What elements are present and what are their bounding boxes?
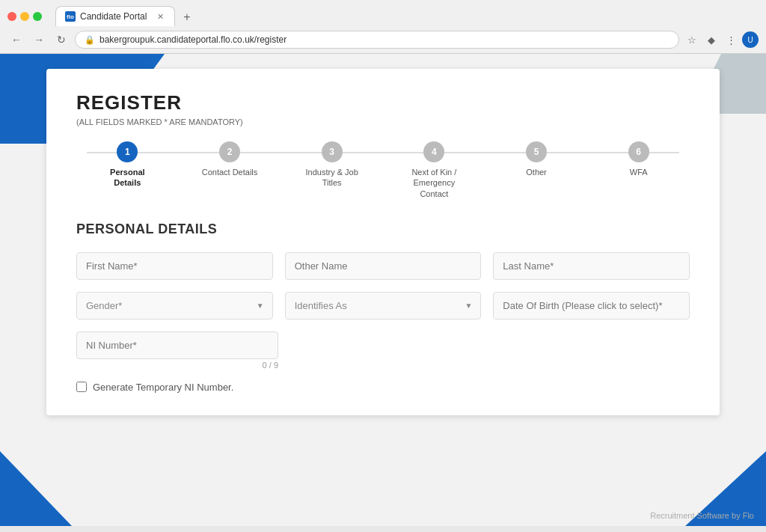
identity-row: Gender* Male Female Other Prefer not to … [76, 292, 690, 319]
ni-row: 0 / 9 [76, 331, 690, 370]
new-tab-button[interactable]: + [178, 8, 196, 26]
step-3-label: Industry & JobTitles [306, 167, 358, 189]
step-2[interactable]: 2 Contact Details [179, 141, 281, 177]
name-row [76, 252, 690, 280]
step-5-circle: 5 [526, 141, 547, 162]
settings-icon[interactable]: ⋮ [723, 31, 739, 48]
identifies-as-select[interactable]: Identifies As Man Woman Non-binary Prefe… [285, 292, 482, 319]
user-avatar[interactable]: U [742, 31, 759, 48]
forward-button[interactable]: → [30, 31, 48, 49]
browser-titlebar: flo Candidate Portal ✕ + [0, 0, 766, 26]
traffic-lights [7, 12, 42, 21]
dob-field [493, 292, 690, 319]
last-name-input[interactable] [493, 252, 690, 280]
decorative-shape-bottom-left [0, 451, 120, 526]
step-2-label: Contact Details [202, 167, 258, 177]
tab-label: Candidate Portal [80, 11, 147, 22]
step-6-circle: 6 [628, 141, 649, 162]
section-title: PERSONAL DETAILS [76, 221, 690, 237]
page-title: REGISTER [76, 91, 690, 114]
step-5-label: Other [526, 167, 547, 177]
step-1-circle: 1 [117, 141, 138, 162]
step-4-label: Next of Kin /EmergencyContact [411, 167, 456, 199]
url-text: bakergroupuk.candidateportal.flo.co.uk/r… [99, 34, 287, 45]
tabs-bar: flo Candidate Portal ✕ + [55, 6, 738, 26]
temp-ni-checkbox[interactable] [76, 382, 87, 392]
ni-number-input[interactable] [76, 331, 278, 359]
extensions-icon[interactable]: ◆ [703, 31, 720, 48]
other-name-field [285, 252, 482, 280]
ni-char-counter: 0 / 9 [76, 361, 278, 370]
dob-input[interactable] [493, 292, 690, 319]
step-1[interactable]: 1 PersonalDetails [76, 141, 179, 189]
steps-container: 1 PersonalDetails 2 Contact Details 3 In… [76, 141, 690, 199]
step-1-label: PersonalDetails [110, 167, 144, 189]
browser-toolbar: ← → ↻ 🔒 bakergroupuk.candidateportal.flo… [0, 26, 766, 53]
browser-tab[interactable]: flo Candidate Portal ✕ [55, 6, 175, 26]
first-name-field [76, 252, 273, 280]
step-4-circle: 4 [423, 141, 444, 162]
address-bar[interactable]: 🔒 bakergroupuk.candidateportal.flo.co.uk… [75, 31, 679, 49]
tab-close-icon[interactable]: ✕ [155, 11, 165, 22]
back-button[interactable]: ← [7, 31, 25, 49]
temp-ni-row: Generate Temporary NI Number. [76, 382, 690, 393]
other-name-input[interactable] [285, 252, 482, 280]
ni-number-field: 0 / 9 [76, 331, 278, 370]
main-card: REGISTER (ALL FIELDS MARKED * ARE MANDAT… [46, 69, 720, 415]
close-button[interactable] [7, 12, 16, 21]
browser-actions: ☆ ◆ ⋮ U [684, 31, 759, 48]
step-4[interactable]: 4 Next of Kin /EmergencyContact [383, 141, 485, 199]
minimize-button[interactable] [20, 12, 29, 21]
gender-select[interactable]: Gender* Male Female Other Prefer not to … [76, 292, 273, 319]
footer-text: Recruitment Software by Flo [650, 511, 754, 520]
browser-chrome: flo Candidate Portal ✕ + ← → ↻ 🔒 bakergr… [0, 0, 766, 54]
tab-favicon: flo [65, 11, 76, 22]
lock-icon: 🔒 [85, 35, 95, 45]
maximize-button[interactable] [33, 12, 42, 21]
page-body: REGISTER (ALL FIELDS MARKED * ARE MANDAT… [0, 54, 766, 526]
step-2-circle: 2 [219, 141, 240, 162]
gender-field: Gender* Male Female Other Prefer not to … [76, 292, 273, 319]
step-3-circle: 3 [322, 141, 343, 162]
step-6-label: WFA [630, 167, 648, 177]
refresh-button[interactable]: ↻ [52, 31, 70, 49]
last-name-field [493, 252, 690, 280]
bookmark-icon[interactable]: ☆ [684, 31, 700, 48]
first-name-input[interactable] [76, 252, 273, 280]
temp-ni-label: Generate Temporary NI Number. [93, 382, 233, 393]
step-3[interactable]: 3 Industry & JobTitles [281, 141, 383, 189]
step-5[interactable]: 5 Other [485, 141, 588, 177]
step-6[interactable]: 6 WFA [587, 141, 690, 177]
identifies-as-field: Identifies As Man Woman Non-binary Prefe… [285, 292, 482, 319]
mandatory-note: (ALL FIELDS MARKED * ARE MANDATORY) [76, 117, 690, 126]
